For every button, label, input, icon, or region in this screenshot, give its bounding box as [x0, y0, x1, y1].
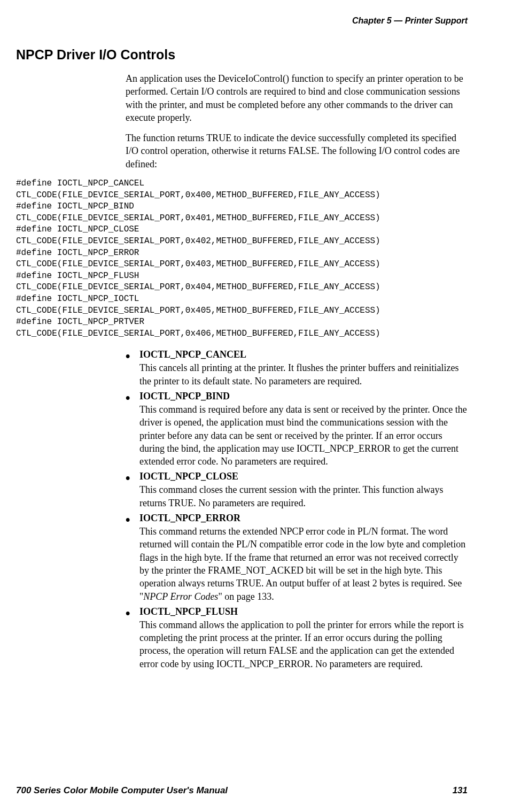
footer-page-number: 131: [453, 785, 468, 796]
ioctl-desc-pre: This command returns the extended NPCP e…: [139, 526, 465, 601]
code-block: #define IOCTL_NPCP_CANCEL CTL_CODE(FILE_…: [16, 178, 468, 339]
ioctl-desc: This command allows the application to p…: [139, 620, 464, 669]
ioctl-item-flush: • IOCTL_NPCP_FLUSH This command allows t…: [126, 606, 468, 670]
ioctl-desc: This command returns the extended NPCP e…: [139, 526, 465, 601]
header-separator: —: [392, 16, 405, 25]
bullet-icon: •: [126, 471, 130, 484]
ioctl-item-error: • IOCTL_NPCP_ERROR This command returns …: [126, 513, 468, 603]
ioctl-name: IOCTL_NPCP_CLOSE: [139, 471, 468, 482]
chapter-title: Printer Support: [405, 16, 468, 25]
ioctl-desc-italic: NPCP Error Codes: [143, 591, 218, 602]
ioctl-item-cancel: • IOCTL_NPCP_CANCEL This cancels all pri…: [126, 349, 468, 388]
ioctl-list: • IOCTL_NPCP_CANCEL This cancels all pri…: [126, 349, 468, 670]
chapter-number: Chapter 5: [352, 16, 392, 25]
page-header: Chapter 5 — Printer Support: [16, 16, 468, 26]
bullet-icon: •: [126, 391, 130, 404]
ioctl-desc-post: " on page 133.: [218, 591, 274, 602]
ioctl-item-bind: • IOCTL_NPCP_BIND This command is requir…: [126, 391, 468, 468]
ioctl-name: IOCTL_NPCP_FLUSH: [139, 606, 468, 617]
ioctl-desc: This cancels all printing at the printer…: [139, 362, 458, 386]
ioctl-desc: This command closes the current session …: [139, 484, 444, 508]
section-heading: NPCP Driver I/O Controls: [16, 47, 468, 63]
ioctl-name: IOCTL_NPCP_ERROR: [139, 513, 468, 524]
bullet-icon: •: [126, 606, 130, 620]
intro-paragraph-2: The function returns TRUE to indicate th…: [126, 132, 468, 171]
footer-manual-title: 700 Series Color Mobile Computer User's …: [16, 785, 228, 796]
bullet-icon: •: [126, 349, 130, 362]
ioctl-name: IOCTL_NPCP_BIND: [139, 391, 468, 402]
page-footer: 700 Series Color Mobile Computer User's …: [16, 785, 468, 796]
bullet-icon: •: [126, 513, 130, 526]
ioctl-item-close: • IOCTL_NPCP_CLOSE This command closes t…: [126, 471, 468, 509]
ioctl-name: IOCTL_NPCP_CANCEL: [139, 349, 468, 360]
intro-paragraph-1: An application uses the DeviceIoControl(…: [126, 72, 468, 124]
ioctl-desc: This command is required before any data…: [139, 404, 467, 467]
